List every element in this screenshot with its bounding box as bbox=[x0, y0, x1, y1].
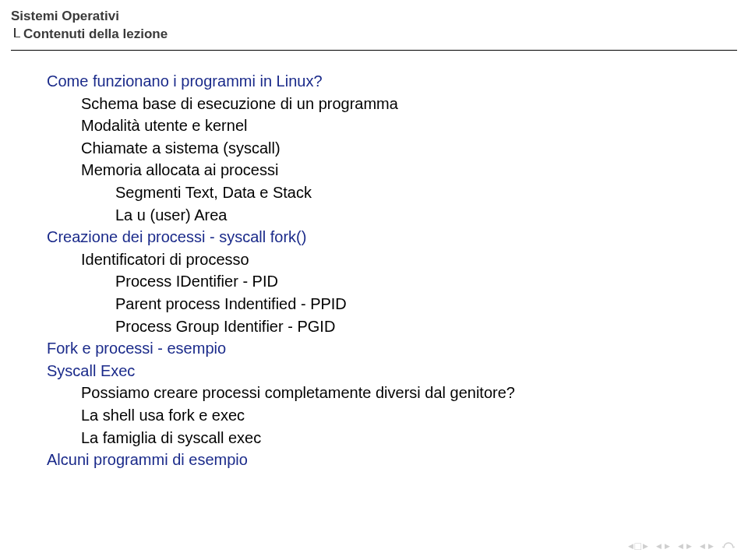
header-rule bbox=[11, 50, 737, 51]
outline-item-l3: Parent process Indentified - PPID bbox=[115, 293, 717, 315]
nav-next-frame-icon[interactable]: ▶ bbox=[665, 543, 670, 550]
outline-item-l3: Segmenti Text, Data e Stack bbox=[115, 181, 717, 204]
nav-prev-subsection-icon[interactable]: ◀ bbox=[700, 543, 705, 550]
outline-item-l2: Memoria allocata ai processi bbox=[81, 159, 717, 181]
slide-header: Sistemi Operativi Contenuti della lezion… bbox=[11, 8, 168, 44]
outline-item-l1: Creazione dei processi - syscall fork() bbox=[47, 226, 717, 248]
nav-group-frame: ◀ ▶ bbox=[656, 541, 670, 551]
nav-next-subsection-icon[interactable]: ▶ bbox=[708, 543, 714, 550]
outline-item-l2: Modalità utente e kernel bbox=[81, 114, 717, 137]
outline-content: Come funzionano i programmi in Linux? Sc… bbox=[47, 70, 717, 471]
nav-prev-slide-icon[interactable]: ◀ bbox=[628, 543, 633, 550]
nav-next-slide-icon[interactable]: ▶ bbox=[643, 543, 648, 550]
corner-icon bbox=[11, 28, 20, 41]
outline-item-l2: Schema base di esecuzione di un programm… bbox=[81, 93, 717, 115]
beamer-nav-footer: ◀ □ ▶ ◀ ▶ ◀ ▶ ◀ bbox=[628, 540, 736, 552]
nav-group-section: ◀ ▶ bbox=[678, 541, 692, 551]
nav-slide-icon[interactable]: □ bbox=[635, 541, 641, 551]
outline-item-l2: La shell usa fork e exec bbox=[81, 404, 717, 427]
nav-prev-section-icon[interactable]: ◀ bbox=[678, 543, 683, 550]
outline-item-l1: Syscall Exec bbox=[47, 360, 717, 382]
outline-item-l2: Chiamate a sistema (syscall) bbox=[81, 137, 717, 160]
header-section-title: Contenuti della lezione bbox=[23, 26, 168, 44]
outline-item-l2: Possiamo creare processi completamente d… bbox=[81, 382, 717, 404]
outline-item-l2: La famiglia di syscall exec bbox=[81, 427, 717, 449]
slide: Sistemi Operativi Contenuti della lezion… bbox=[0, 0, 748, 560]
nav-back-forward-icon[interactable] bbox=[722, 540, 736, 552]
outline-item-l3: Process IDentifier - PID bbox=[115, 270, 717, 293]
outline-item-l1: Come funzionano i programmi in Linux? bbox=[47, 70, 717, 93]
outline-item-l1: Alcuni programmi di esempio bbox=[47, 449, 717, 471]
nav-group-slide: ◀ □ ▶ bbox=[628, 541, 648, 551]
outline-item-l2: Identificatori di processo bbox=[81, 248, 717, 271]
outline-item-l3: La u (user) Area bbox=[115, 204, 717, 227]
header-section-row: Contenuti della lezione bbox=[11, 26, 168, 44]
nav-next-section-icon[interactable]: ▶ bbox=[686, 543, 692, 550]
outline-item-l1: Fork e processi - esempio bbox=[47, 337, 717, 360]
outline-item-l3: Process Group Identifier - PGID bbox=[115, 315, 717, 338]
nav-group-subsection: ◀ ▶ bbox=[700, 541, 714, 551]
nav-prev-frame-icon[interactable]: ◀ bbox=[656, 543, 662, 550]
header-course-title: Sistemi Operativi bbox=[11, 8, 168, 26]
